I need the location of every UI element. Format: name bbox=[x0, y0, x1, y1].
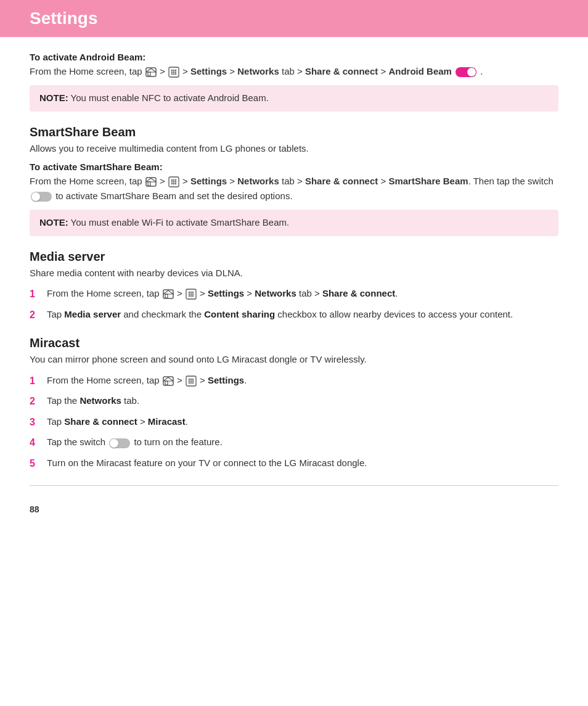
smartshare-beam-note: NOTE: You must enable Wi-Fi to activate … bbox=[30, 210, 558, 236]
svg-point-50 bbox=[190, 382, 192, 384]
smartshare-beam-activate-label: To activate SmartShare Beam: bbox=[30, 162, 558, 172]
svg-point-11 bbox=[173, 73, 174, 75]
svg-point-48 bbox=[192, 380, 194, 382]
svg-point-47 bbox=[190, 380, 192, 382]
svg-point-32 bbox=[192, 292, 194, 293]
svg-point-25 bbox=[175, 183, 176, 184]
miracast-steps: 1 From the Home screen, tap > bbox=[30, 373, 558, 472]
svg-point-10 bbox=[171, 73, 173, 75]
list-item: 3 Tap Share & connect > Miracast. bbox=[30, 414, 558, 430]
svg-point-23 bbox=[171, 183, 173, 184]
page-title: Settings bbox=[30, 9, 558, 28]
smartshare-beam-desc: Allows you to receive multimedia content… bbox=[30, 142, 558, 156]
svg-point-17 bbox=[171, 179, 173, 181]
svg-point-9 bbox=[175, 72, 176, 73]
svg-marker-2 bbox=[146, 68, 156, 72]
media-server-desc: Share media content with nearby devices … bbox=[30, 266, 558, 281]
svg-point-51 bbox=[192, 382, 194, 384]
miracast-desc: You can mirror phone screen and sound on… bbox=[30, 353, 558, 367]
svg-point-46 bbox=[189, 380, 190, 382]
svg-rect-40 bbox=[165, 381, 168, 385]
svg-rect-1 bbox=[148, 72, 150, 76]
svg-point-43 bbox=[189, 379, 190, 380]
svg-point-5 bbox=[173, 70, 174, 71]
svg-marker-28 bbox=[163, 290, 173, 294]
apps-grid-icon-3 bbox=[186, 289, 197, 300]
svg-point-19 bbox=[175, 179, 176, 181]
media-server-section: Media server Share media content with ne… bbox=[30, 250, 558, 323]
svg-point-7 bbox=[171, 72, 173, 73]
media-server-steps: 1 From the Home screen, tap > bbox=[30, 286, 558, 322]
svg-rect-27 bbox=[165, 294, 168, 298]
list-item: 2 Tap the Networks tab. bbox=[30, 393, 558, 409]
svg-point-37 bbox=[190, 295, 192, 297]
android-beam-section: To activate Android Beam: From the Home … bbox=[30, 52, 558, 112]
svg-point-45 bbox=[192, 379, 194, 380]
svg-point-6 bbox=[175, 70, 176, 71]
svg-point-22 bbox=[175, 181, 176, 183]
list-item: 1 From the Home screen, tap > bbox=[30, 373, 558, 389]
svg-point-8 bbox=[173, 72, 174, 73]
page-divider bbox=[30, 485, 558, 486]
home-icon-4 bbox=[163, 376, 174, 386]
home-icon-3 bbox=[163, 289, 174, 299]
home-icon-2 bbox=[145, 177, 157, 187]
list-item: 4 Tap the switch to turn on the feature. bbox=[30, 435, 558, 451]
apps-grid-icon bbox=[168, 67, 179, 78]
svg-point-4 bbox=[171, 70, 173, 71]
svg-point-20 bbox=[171, 181, 173, 183]
svg-point-33 bbox=[189, 293, 190, 295]
svg-point-35 bbox=[192, 293, 194, 295]
svg-point-34 bbox=[190, 293, 192, 295]
page-header: Settings bbox=[0, 0, 588, 37]
svg-point-12 bbox=[175, 73, 176, 75]
smartshare-beam-section: SmartShare Beam Allows you to receive mu… bbox=[30, 125, 558, 236]
android-beam-toggle-icon bbox=[455, 67, 476, 77]
svg-marker-41 bbox=[163, 377, 173, 381]
svg-point-36 bbox=[189, 295, 190, 297]
svg-point-38 bbox=[192, 295, 194, 297]
svg-point-18 bbox=[173, 179, 174, 181]
svg-point-44 bbox=[190, 379, 192, 380]
miracast-section: Miracast You can mirror phone screen and… bbox=[30, 336, 558, 471]
svg-point-21 bbox=[173, 181, 174, 183]
apps-grid-icon-4 bbox=[186, 376, 197, 387]
list-item: 2 Tap Media server and checkmark the Con… bbox=[30, 307, 558, 323]
list-item: 5 Turn on the Miracast feature on your T… bbox=[30, 456, 558, 472]
android-beam-label: To activate Android Beam: bbox=[30, 52, 558, 62]
page-number: 88 bbox=[30, 504, 558, 514]
smartshare-beam-title: SmartShare Beam bbox=[30, 125, 558, 139]
miracast-toggle-icon bbox=[109, 438, 130, 448]
svg-point-24 bbox=[173, 183, 174, 184]
list-item: 1 From the Home screen, tap > bbox=[30, 286, 558, 302]
home-icon bbox=[145, 67, 157, 77]
android-beam-instruction: From the Home screen, tap > > Settings >… bbox=[30, 64, 558, 79]
svg-marker-15 bbox=[146, 178, 156, 182]
apps-grid-icon-2 bbox=[168, 176, 179, 187]
svg-point-31 bbox=[190, 292, 192, 293]
svg-point-49 bbox=[189, 382, 190, 384]
smartshare-beam-instruction: From the Home screen, tap > > Settings >… bbox=[30, 174, 558, 203]
media-server-title: Media server bbox=[30, 250, 558, 264]
svg-rect-14 bbox=[148, 182, 150, 186]
smartshare-toggle-icon bbox=[31, 192, 52, 202]
miracast-title: Miracast bbox=[30, 336, 558, 350]
svg-point-30 bbox=[189, 292, 190, 293]
android-beam-note: NOTE: You must enable NFC to activate An… bbox=[30, 85, 558, 112]
